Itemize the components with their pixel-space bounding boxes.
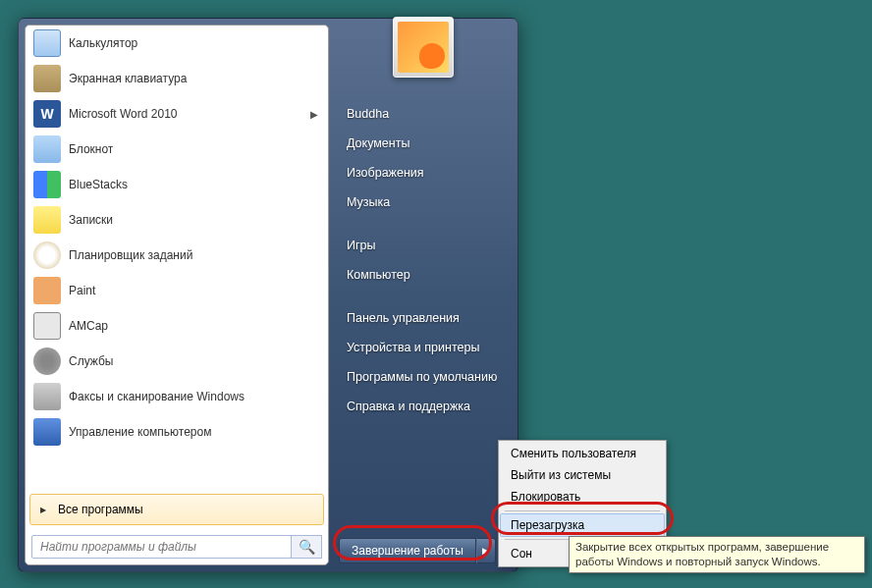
ic-clock-icon: [33, 241, 61, 269]
app-item[interactable]: Калькулятор: [26, 26, 328, 61]
app-label: Экранная клавиатура: [69, 72, 187, 85]
ic-bs-icon: [33, 171, 61, 198]
triangle-icon: ▶: [40, 506, 46, 514]
right-pane: BuddhaДокументыИзображенияМузыкаИгрыКомп…: [329, 19, 518, 571]
app-label: Факсы и сканирование Windows: [69, 390, 245, 403]
right-pane-item[interactable]: Buddha: [343, 99, 504, 129]
ic-fax-icon: [33, 383, 61, 410]
right-pane-item[interactable]: Игры: [343, 231, 504, 260]
separator: [343, 217, 504, 231]
app-label: Записки: [69, 213, 113, 227]
switch-user-item[interactable]: Сменить пользователя: [501, 443, 664, 464]
app-item[interactable]: Блокнот: [26, 132, 328, 167]
ic-word-icon: W: [33, 100, 61, 128]
ic-note-icon: [33, 135, 61, 163]
right-pane-item[interactable]: Музыка: [343, 187, 504, 217]
all-programs-button[interactable]: ▶ Все программы: [29, 494, 324, 525]
restart-item[interactable]: Перезагрузка: [500, 513, 665, 537]
shutdown-label: Завершение работы: [352, 544, 463, 558]
app-item[interactable]: BlueStacks: [26, 167, 328, 202]
search-input[interactable]: [31, 535, 292, 559]
app-item[interactable]: Записки: [26, 202, 328, 238]
shutdown-wrap: Завершение работы ▶: [339, 538, 496, 563]
ic-svc-icon: [33, 347, 61, 375]
ic-paint-icon: [33, 277, 61, 304]
app-item[interactable]: Экранная клавиатура: [26, 61, 328, 96]
app-label: Paint: [69, 284, 95, 297]
left-pane: КалькуляторЭкранная клавиатураWMicrosoft…: [25, 25, 329, 565]
ic-sticky-icon: [33, 206, 61, 234]
right-pane-item[interactable]: Программы по умолчанию: [343, 362, 504, 392]
ic-calc-icon: [33, 29, 61, 57]
app-label: AMCap: [69, 319, 108, 333]
right-pane-item[interactable]: Справка и поддержка: [343, 392, 504, 421]
ic-keyb-icon: [33, 65, 61, 92]
ic-amcap-icon: [33, 312, 61, 340]
right-pane-item[interactable]: Панель управления: [343, 303, 504, 333]
app-label: Блокнот: [69, 142, 113, 156]
app-item[interactable]: AMCap: [26, 308, 328, 344]
app-label: Планировщик заданий: [69, 248, 192, 262]
search-row: 🔍: [26, 529, 328, 564]
chevron-right-icon: ▶: [482, 546, 489, 556]
separator: [343, 290, 504, 303]
app-item[interactable]: Службы: [26, 344, 328, 379]
start-menu: КалькуляторЭкранная клавиатураWMicrosoft…: [18, 18, 518, 572]
right-list: BuddhaДокументыИзображенияМузыкаИгрыКомп…: [343, 99, 504, 421]
app-item[interactable]: WMicrosoft Word 2010▶: [26, 96, 328, 132]
right-pane-item[interactable]: Устройства и принтеры: [343, 333, 504, 362]
app-label: Калькулятор: [69, 36, 137, 50]
right-pane-item[interactable]: Компьютер: [343, 260, 504, 290]
app-item[interactable]: Факсы и сканирование Windows: [26, 379, 328, 414]
all-programs-label: Все программы: [58, 503, 143, 516]
app-item[interactable]: Paint: [26, 273, 328, 308]
shutdown-arrow-button[interactable]: ▶: [476, 538, 496, 563]
shutdown-button[interactable]: Завершение работы: [339, 538, 476, 563]
app-label: BlueStacks: [69, 178, 128, 191]
apps-list: КалькуляторЭкранная клавиатураWMicrosoft…: [26, 26, 328, 490]
right-pane-item[interactable]: Изображения: [343, 158, 504, 187]
app-label: Управление компьютером: [69, 425, 211, 439]
lock-item[interactable]: Блокировать: [501, 486, 664, 508]
tooltip: Закрытие всех открытых программ, заверше…: [569, 536, 865, 573]
avatar-image: [398, 22, 449, 73]
search-icon: 🔍: [299, 539, 315, 555]
app-label: Службы: [69, 354, 113, 368]
search-button[interactable]: 🔍: [291, 535, 322, 559]
app-item[interactable]: Планировщик заданий: [26, 238, 328, 273]
right-pane-item[interactable]: Документы: [343, 129, 504, 158]
logoff-item[interactable]: Выйти из системы: [501, 464, 664, 486]
app-item[interactable]: Управление компьютером: [26, 414, 328, 450]
ic-mgmt-icon: [33, 418, 61, 446]
user-avatar[interactable]: [393, 17, 454, 78]
app-label: Microsoft Word 2010: [69, 107, 178, 121]
menu-separator: [505, 510, 660, 511]
chevron-right-icon: ▶: [310, 109, 318, 120]
